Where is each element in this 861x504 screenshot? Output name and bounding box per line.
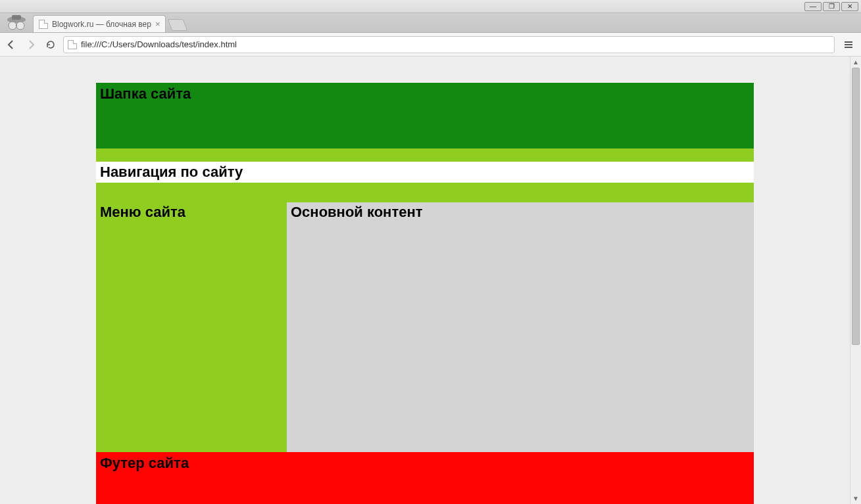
window-minimize-button[interactable]: — bbox=[804, 2, 822, 11]
scroll-down-button[interactable]: ▼ bbox=[850, 493, 861, 504]
window-close-button[interactable]: ✕ bbox=[841, 2, 858, 11]
site-content-title: Основной контент bbox=[287, 202, 754, 222]
svg-point-2 bbox=[9, 22, 16, 30]
page-icon bbox=[39, 20, 48, 29]
vertical-scrollbar[interactable]: ▲ ▼ bbox=[850, 57, 861, 504]
window-titlebar: — ❐ ✕ bbox=[0, 0, 861, 13]
svg-rect-1 bbox=[12, 15, 21, 20]
page-icon bbox=[68, 40, 77, 49]
site-sidebar-block: Меню сайта bbox=[96, 202, 287, 452]
page-wrapper: Шапка сайта Навигация по сайту Меню сайт… bbox=[96, 83, 754, 504]
arrow-right-icon bbox=[26, 39, 36, 50]
tab-close-button[interactable]: × bbox=[155, 20, 160, 28]
site-footer-title: Футер сайта bbox=[96, 452, 754, 474]
svg-point-3 bbox=[16, 22, 24, 30]
browser-menu-button[interactable] bbox=[840, 36, 857, 53]
tab-title: Blogwork.ru — блочная вер bbox=[52, 20, 151, 29]
address-bar[interactable]: file:///C:/Users/Downloads/test/index.ht… bbox=[63, 36, 835, 53]
site-middle-row: Меню сайта Основной контент bbox=[96, 183, 754, 452]
browser-tabstrip: Blogwork.ru — блочная вер × bbox=[0, 13, 861, 33]
site-header-title: Шапка сайта bbox=[96, 83, 754, 105]
site-content-block: Основной контент bbox=[287, 202, 754, 452]
site-header-block: Шапка сайта bbox=[96, 83, 754, 149]
scroll-up-button[interactable]: ▲ bbox=[850, 57, 861, 68]
site-sidebar-title: Меню сайта bbox=[96, 202, 287, 222]
address-url: file:///C:/Users/Downloads/test/index.ht… bbox=[81, 39, 237, 49]
reload-icon bbox=[45, 39, 56, 50]
forward-button[interactable] bbox=[24, 36, 38, 53]
site-footer-block: Футер сайта bbox=[96, 452, 754, 504]
window-maximize-button[interactable]: ❐ bbox=[823, 2, 840, 11]
svg-rect-5 bbox=[845, 44, 852, 45]
browser-toolbar: file:///C:/Users/Downloads/test/index.ht… bbox=[0, 33, 861, 57]
new-tab-button[interactable] bbox=[168, 19, 188, 31]
arrow-left-icon bbox=[6, 39, 16, 50]
incognito-icon bbox=[0, 12, 33, 32]
reload-button[interactable] bbox=[43, 36, 58, 53]
site-nav-block: Навигация по сайту bbox=[96, 162, 754, 183]
scroll-thumb[interactable] bbox=[852, 68, 860, 345]
layout-gap bbox=[96, 149, 754, 162]
site-nav-title: Навигация по сайту bbox=[96, 162, 754, 183]
browser-tab[interactable]: Blogwork.ru — блочная вер × bbox=[33, 15, 166, 32]
svg-rect-6 bbox=[845, 47, 852, 48]
back-button[interactable] bbox=[4, 36, 18, 53]
hamburger-icon bbox=[844, 40, 853, 49]
svg-rect-4 bbox=[845, 41, 852, 43]
page-viewport: Шапка сайта Навигация по сайту Меню сайт… bbox=[0, 57, 850, 504]
